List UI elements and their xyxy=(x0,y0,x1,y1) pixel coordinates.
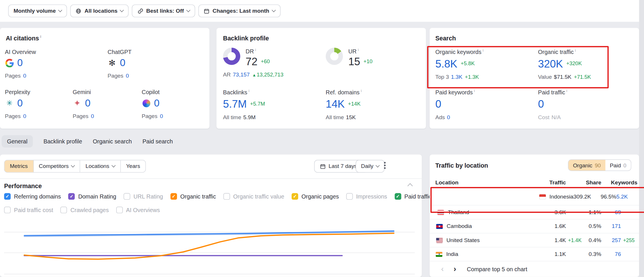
dr-delta: +60 xyxy=(261,59,270,65)
checkbox-unchecked-icon[interactable] xyxy=(223,193,230,200)
granularity-dropdown[interactable]: Daily xyxy=(356,160,384,173)
info-icon[interactable]: i xyxy=(255,47,256,52)
chevron-down-icon xyxy=(58,8,62,12)
changes-dropdown[interactable]: Changes: Last month xyxy=(198,5,280,17)
chatgpt-count[interactable]: 0 xyxy=(120,57,125,68)
copilot-count[interactable]: 0 xyxy=(154,98,159,109)
location-table-header: Location Traffic Share Keywords xyxy=(430,177,639,188)
metric-checkbox-organic-traffic-value[interactable]: Organic traffic value xyxy=(223,193,284,200)
info-icon[interactable]: i xyxy=(358,47,359,52)
keywords-link[interactable]: 257 xyxy=(601,237,621,243)
table-row-thailand[interactable]: Thailand 3.6K 1.1% 69 xyxy=(430,205,639,219)
paid-keywords-value-link[interactable]: 0 xyxy=(435,98,442,110)
checkbox-unchecked-icon[interactable] xyxy=(4,207,11,213)
tab-general[interactable]: General xyxy=(2,135,33,148)
checkbox-checked-icon[interactable]: ✓ xyxy=(68,193,75,200)
checkbox-unchecked-icon[interactable] xyxy=(124,193,130,200)
info-icon[interactable]: i xyxy=(575,48,576,53)
info-icon[interactable]: i xyxy=(40,34,41,39)
report-tabs: General Backlink profile Organic search … xyxy=(2,135,173,148)
ai-overview-count[interactable]: 0 xyxy=(17,57,23,68)
dr-value: 72 xyxy=(246,56,258,68)
table-row-indonesia[interactable]: Indonesia 309.2K 96.5% 5.2K xyxy=(430,188,639,205)
backlink-profile-title: Backlink profile xyxy=(223,35,269,42)
keywords-link[interactable]: 5.2K xyxy=(616,194,628,200)
checkbox-unchecked-icon[interactable] xyxy=(116,207,123,213)
toggle-paid[interactable]: Paid 0 xyxy=(605,160,631,171)
metric-checkbox-label: Organic traffic value xyxy=(233,193,284,200)
metric-checkbox-organic-traffic[interactable]: ✓Organic traffic xyxy=(170,193,216,200)
collapse-chevron-up-icon[interactable] xyxy=(408,183,413,188)
dr-donut-icon xyxy=(223,48,240,65)
keywords-link[interactable]: 69 xyxy=(601,209,621,215)
metric-checkbox-organic-pages[interactable]: ✓Organic pages xyxy=(292,193,339,200)
segment-locations[interactable]: Locations xyxy=(80,160,121,172)
tab-paid-search[interactable]: Paid search xyxy=(142,135,173,148)
info-icon[interactable]: i xyxy=(566,88,567,93)
pages-count-link[interactable]: 0 xyxy=(23,113,26,119)
pages-count-link[interactable]: 0 xyxy=(160,113,163,119)
calendar-icon xyxy=(320,163,326,169)
perplexity-count[interactable]: 0 xyxy=(17,98,23,109)
info-icon[interactable]: i xyxy=(361,88,362,93)
paid-keywords-metric: Paid keywordsi 0 Ads0 xyxy=(435,89,475,121)
ur-delta: +10 xyxy=(363,59,372,65)
prev-page-arrow[interactable]: ‹ xyxy=(441,265,444,274)
more-options-button[interactable] xyxy=(381,162,389,170)
organic-traffic-value-link[interactable]: 320K xyxy=(538,58,563,70)
checkbox-checked-icon[interactable]: ✓ xyxy=(395,193,401,200)
next-page-arrow[interactable]: › xyxy=(454,265,456,274)
info-icon[interactable]: i xyxy=(482,48,483,53)
best-links-label: Best links: Off xyxy=(146,8,184,14)
top3-link[interactable]: 1.3K xyxy=(451,74,463,80)
ref-domains-value-link[interactable]: 14K xyxy=(326,98,345,110)
organic-keywords-value-link[interactable]: 5.8K xyxy=(435,58,457,70)
tab-organic-search[interactable]: Organic search xyxy=(93,135,132,148)
metric-checkbox-ai-overviews[interactable]: AI Overviews xyxy=(116,207,160,213)
pages-count-link[interactable]: 0 xyxy=(91,113,94,119)
pages-count-link[interactable]: 0 xyxy=(126,73,129,79)
copilot-metric: Copilot 0 Pages0 xyxy=(142,89,163,119)
locations-dropdown[interactable]: All locations xyxy=(70,5,129,17)
metric-checkbox-label: URL Rating xyxy=(134,193,163,200)
monthly-volume-dropdown[interactable]: Monthly volume xyxy=(8,5,67,17)
segment-competitors[interactable]: Competitors xyxy=(33,160,80,172)
metric-checkbox-referring-domains[interactable]: ✓Referring domains xyxy=(4,193,61,200)
best-links-dropdown[interactable]: Best links: Off xyxy=(132,5,195,17)
metric-checkbox-paid-traffic-cost[interactable]: Paid traffic cost xyxy=(4,207,53,213)
metric-checkbox-url-rating[interactable]: URL Rating xyxy=(124,193,163,200)
segment-years[interactable]: Years xyxy=(121,160,145,172)
checkbox-unchecked-icon[interactable] xyxy=(346,193,353,200)
link-icon xyxy=(137,8,143,14)
backlink-profile-card: Backlink profile DRi 72 +60 AR73,157▲13,… xyxy=(217,28,426,129)
info-icon[interactable]: i xyxy=(474,88,475,93)
metric-checkbox-label: Paid traffic cost xyxy=(14,207,53,213)
compare-top5-link[interactable]: Compare top 5 on chart xyxy=(467,266,527,272)
tab-backlink-profile[interactable]: Backlink profile xyxy=(44,135,82,148)
checkbox-checked-icon[interactable]: ✓ xyxy=(170,193,177,200)
metric-checkbox-paid-traffic[interactable]: ✓Paid traffic xyxy=(395,193,431,200)
table-row-cambodia[interactable]: Cambodia 1.6K 0.5% 171 xyxy=(430,219,639,233)
paid-traffic-value-link[interactable]: 0 xyxy=(538,98,544,110)
keywords-link[interactable]: 76 xyxy=(601,251,621,257)
toggle-organic[interactable]: Organic 90 xyxy=(568,160,605,171)
backlinks-value-link[interactable]: 5.7M xyxy=(223,98,247,110)
flag-indonesia-icon xyxy=(539,194,546,199)
keywords-link[interactable]: 171 xyxy=(601,223,621,229)
table-row-india[interactable]: India 1.1K 0.3% 76 xyxy=(430,247,639,261)
pages-count-link[interactable]: 0 xyxy=(23,73,26,79)
checkbox-checked-icon[interactable]: ✓ xyxy=(4,193,11,200)
checkbox-checked-icon[interactable]: ✓ xyxy=(292,193,298,200)
info-icon[interactable]: i xyxy=(249,88,249,93)
segment-metrics[interactable]: Metrics xyxy=(5,160,33,172)
metric-checkbox-domain-rating[interactable]: ✓Domain Rating xyxy=(68,193,116,200)
scrollbar[interactable] xyxy=(639,0,644,277)
gemini-count[interactable]: 0 xyxy=(85,98,91,109)
table-row-united-states[interactable]: United States 1.4K +1.4K 0.4% 257 +255 xyxy=(430,233,639,247)
ads-count-link[interactable]: 0 xyxy=(447,114,450,120)
metric-checkbox-impressions[interactable]: Impressions xyxy=(346,193,387,200)
domain-rating-gauge: DRi 72 +60 xyxy=(223,48,270,68)
checkbox-unchecked-icon[interactable] xyxy=(61,207,67,213)
ar-value-link[interactable]: 73,157 xyxy=(233,72,250,78)
metric-checkbox-crawled-pages[interactable]: Crawled pages xyxy=(61,207,109,213)
